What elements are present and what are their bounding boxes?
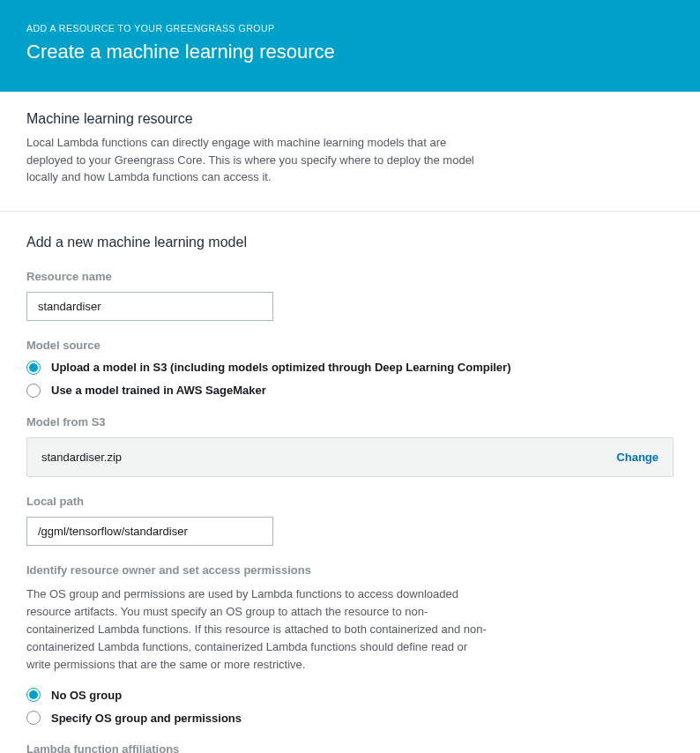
lambda-affiliations-label: Lambda function affiliations bbox=[26, 742, 674, 753]
model-source-sagemaker-label: Use a model trained in AWS SageMaker bbox=[51, 384, 266, 397]
permissions-specify-radio[interactable]: Specify OS group and permissions bbox=[26, 711, 674, 725]
resource-name-input[interactable] bbox=[26, 292, 273, 321]
permissions-field-group: Identify resource owner and set access p… bbox=[26, 563, 674, 726]
intro-section: Machine learning resource Local Lambda f… bbox=[0, 92, 700, 212]
local-path-field-group: Local path bbox=[26, 495, 674, 546]
header-eyebrow: ADD A RESOURCE TO YOUR GREENGRASS GROUP bbox=[26, 23, 674, 34]
model-from-s3-change-button[interactable]: Change bbox=[616, 451, 659, 464]
model-source-s3-radio[interactable]: Upload a model in S3 (including models o… bbox=[26, 361, 674, 375]
model-from-s3-field-group: Model from S3 standardiser.zip Change bbox=[26, 415, 674, 477]
resource-name-field-group: Resource name bbox=[26, 270, 674, 321]
model-from-s3-value: standardiser.zip bbox=[41, 451, 122, 464]
radio-unselected-icon bbox=[26, 384, 41, 398]
model-from-s3-label: Model from S3 bbox=[26, 415, 674, 429]
local-path-label: Local path bbox=[26, 495, 674, 508]
model-source-s3-label: Upload a model in S3 (including models o… bbox=[51, 361, 510, 374]
permissions-label: Identify resource owner and set access p… bbox=[26, 563, 674, 577]
model-from-s3-selector: standardiser.zip Change bbox=[26, 437, 674, 477]
radio-selected-icon bbox=[26, 361, 41, 375]
permissions-description: The OS group and permissions are used by… bbox=[26, 585, 494, 675]
header-title: Create a machine learning resource bbox=[26, 41, 674, 63]
page-header: ADD A RESOURCE TO YOUR GREENGRASS GROUP … bbox=[0, 0, 700, 92]
model-source-sagemaker-radio[interactable]: Use a model trained in AWS SageMaker bbox=[26, 384, 674, 398]
local-path-input[interactable] bbox=[26, 517, 273, 546]
lambda-affiliations-field-group: Lambda function affiliations Resources m… bbox=[26, 742, 674, 753]
intro-title: Machine learning resource bbox=[26, 111, 674, 127]
model-source-label: Model source bbox=[26, 339, 674, 352]
intro-description: Local Lambda functions can directly enga… bbox=[26, 134, 476, 186]
permissions-no-group-radio[interactable]: No OS group bbox=[26, 688, 674, 702]
radio-selected-icon bbox=[26, 688, 41, 702]
model-source-field-group: Model source Upload a model in S3 (inclu… bbox=[26, 339, 674, 398]
radio-unselected-icon bbox=[26, 711, 41, 725]
form-title: Add a new machine learning model bbox=[26, 235, 674, 250]
permissions-specify-label: Specify OS group and permissions bbox=[51, 712, 242, 725]
resource-name-label: Resource name bbox=[26, 270, 674, 283]
permissions-no-group-label: No OS group bbox=[51, 689, 122, 702]
form-section: Add a new machine learning model Resourc… bbox=[0, 212, 700, 754]
